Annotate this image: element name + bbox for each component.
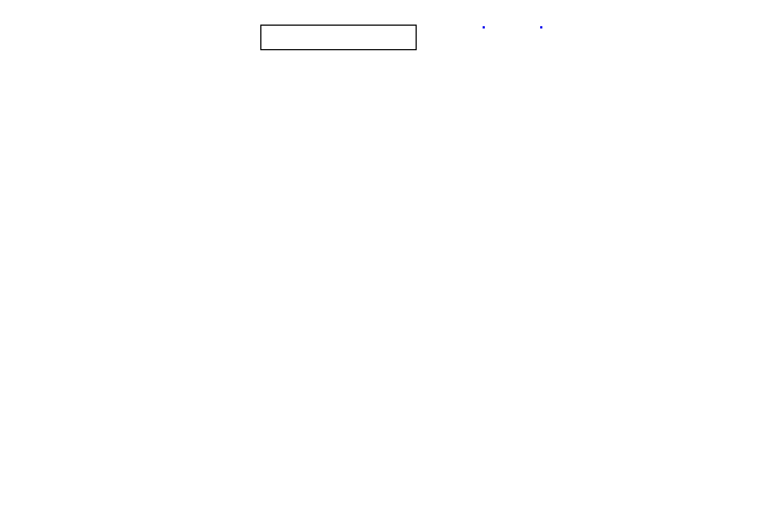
elixer-report-page (0, 0, 782, 532)
with-sky-panel (461, 20, 506, 31)
spectral-line-markers (34, 143, 754, 189)
clean-image (540, 26, 542, 28)
2d-spec-panel (246, 16, 447, 143)
with-sky-image (483, 26, 485, 28)
weighted-sum-row (260, 25, 417, 50)
clean-image-panel (519, 20, 564, 31)
